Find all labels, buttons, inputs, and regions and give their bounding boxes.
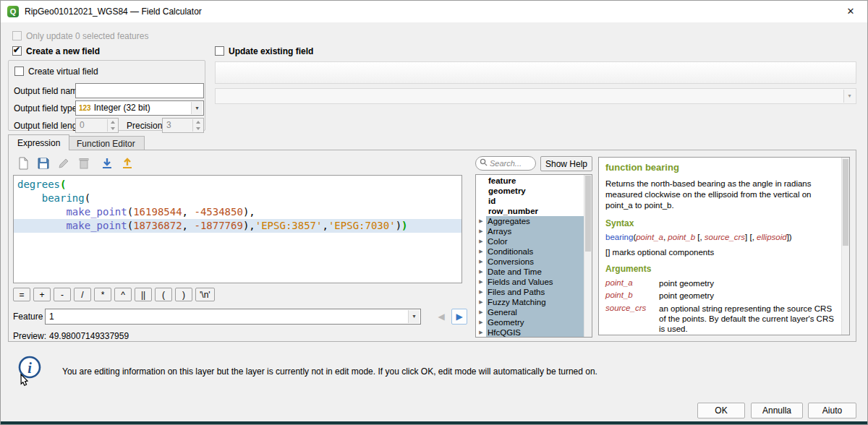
help-title: function bearing [605,162,834,173]
function-group-row[interactable]: ▶Geometry [476,317,584,327]
expand-arrow-icon[interactable]: ▶ [476,216,486,226]
prev-arrow-icon: ◀ [438,312,444,322]
scrollbar-thumb[interactable] [585,176,591,252]
expand-arrow-icon[interactable]: ▶ [476,267,486,277]
checkbox-box[interactable] [215,46,224,56]
function-group-row[interactable]: ▶HfcQGIS [476,327,584,338]
function-search-box[interactable] [475,156,536,171]
operator-button[interactable]: ^ [114,288,132,301]
expand-arrow-icon[interactable]: ▶ [476,317,486,327]
function-list-item[interactable]: id [476,196,584,206]
function-group-row[interactable]: ▶Date and Time [476,267,584,277]
checkbox-box[interactable] [12,46,22,56]
operator-button[interactable]: / [74,288,91,301]
tab-function-editor[interactable]: Function Editor [67,136,145,150]
close-button[interactable]: ✕ [834,1,867,22]
feature-select[interactable]: 1 ▾ [45,309,421,325]
operator-button[interactable]: '\n' [195,288,215,301]
help-scrollbar[interactable] [841,158,849,335]
only-update-selected-label: Only update 0 selected features [26,31,148,41]
expand-arrow-icon[interactable]: ▶ [476,236,486,246]
function-group-row[interactable]: ▶Conditionals [476,246,584,257]
output-field-length-spinner[interactable]: 0 [75,118,119,133]
operator-button[interactable]: * [94,288,111,301]
code-token: 18736872 [133,220,182,231]
function-group-label: Fields and Values [486,277,584,287]
cancel-button[interactable]: Annulla [751,403,803,418]
function-search-input[interactable] [490,159,532,168]
svg-text:i: i [27,360,32,376]
spinner-buttons[interactable] [107,119,117,132]
code-token: ), [243,220,255,231]
expression-editor[interactable]: degrees( bearing( make_point(16198544, -… [13,175,462,283]
output-field-type-select[interactable]: 123Integer (32 bit) ▾ [75,100,204,116]
argument-description: an optional string representing the sour… [659,304,834,335]
expand-arrow-icon[interactable]: ▶ [476,287,486,297]
code-token: ) [396,220,401,231]
update-existing-field-checkbox[interactable]: Update existing field [215,46,313,56]
function-group-row[interactable]: ▶Files and Paths [476,287,584,297]
argument-description: point geometry [659,291,834,301]
operator-button[interactable]: ( [155,288,172,301]
only-update-selected-checkbox: Only update 0 selected features [12,31,148,41]
checkbox-box[interactable] [14,66,24,76]
code-token: , [182,206,195,218]
expand-arrow-icon[interactable]: ▶ [476,327,486,338]
syntax-line: bearing(point_a, point_b [, source_crs] … [605,233,834,241]
expand-arrow-icon[interactable]: ▶ [476,246,486,257]
function-list-item[interactable]: feature [476,176,584,186]
operator-button[interactable]: - [54,288,71,301]
titlebar[interactable]: Q RipGeo01012021_WGS84 — Field Calculato… [1,1,867,22]
function-group-row[interactable]: ▶Conversions [476,257,584,267]
update-existing-field-select: ▾ [215,88,856,104]
operator-button[interactable]: + [33,288,51,301]
new-expression-button[interactable] [14,155,32,173]
expand-arrow-icon[interactable]: ▶ [476,307,486,317]
expand-arrow-icon[interactable]: ▶ [476,257,486,267]
import-expression-button[interactable] [98,155,116,173]
dropdown-arrow-icon[interactable]: ▾ [191,102,203,114]
field-calculator-dialog: Q RipGeo01012021_WGS84 — Field Calculato… [0,0,868,425]
expression-code-line[interactable]: bearing( [14,192,461,205]
expression-code-line[interactable]: make_point(16198544, -4534850), [14,205,461,219]
create-virtual-field-checkbox[interactable]: Create virtual field [14,66,98,77]
function-list-scrollbar[interactable] [584,175,592,337]
tab-expression[interactable]: Expression [8,134,69,150]
expand-arrow-icon[interactable]: ▶ [476,226,486,236]
feature-next-button[interactable]: ▶ [451,309,467,325]
argument-name: point_b [605,291,659,301]
expression-code-line[interactable]: make_point(18736872, -1877769),'EPSG:385… [14,219,461,233]
precision-spinner[interactable]: 3 [162,118,204,133]
dropdown-arrow-icon[interactable]: ▾ [408,310,420,323]
function-list-item[interactable]: geometry [476,186,584,196]
function-group-row[interactable]: ▶Color [476,236,584,246]
preview-row: Preview:49.98007149337959 [13,331,129,341]
function-group-row[interactable]: ▶Aggregates [476,216,584,226]
operator-button[interactable]: || [135,288,152,301]
output-field-name-input[interactable] [75,83,204,98]
save-expression-button[interactable] [35,155,52,173]
code-token: ( [60,179,66,190]
function-group-row[interactable]: ▶Fields and Values [476,277,584,287]
close-icon: ✕ [847,6,855,17]
code-token: ( [127,220,133,231]
create-new-field-checkbox[interactable]: Create a new field [12,46,100,56]
export-expression-button[interactable] [119,155,136,173]
show-help-button[interactable]: Show Help [540,156,592,171]
function-group-row[interactable]: ▶Fuzzy Matching [476,297,584,307]
function-group-row[interactable]: ▶Arrays [476,226,584,236]
function-list-item[interactable]: row_number [476,206,584,216]
update-existing-field-label: Update existing field [229,46,313,56]
expand-arrow-icon[interactable]: ▶ [476,277,486,287]
help-button[interactable]: Aiuto [808,403,856,418]
expression-code-line[interactable]: degrees( [14,178,461,192]
spinner-buttons[interactable] [192,119,203,132]
operator-button[interactable]: ) [175,288,192,301]
scrollbar-thumb[interactable] [843,159,848,246]
feature-prev-button: ◀ [434,309,448,324]
function-group-row[interactable]: ▶General [476,307,584,317]
ok-button[interactable]: OK [697,403,745,418]
operator-button[interactable]: = [13,288,30,301]
function-group-label: HfcQGIS [486,327,584,338]
expand-arrow-icon[interactable]: ▶ [476,297,486,307]
